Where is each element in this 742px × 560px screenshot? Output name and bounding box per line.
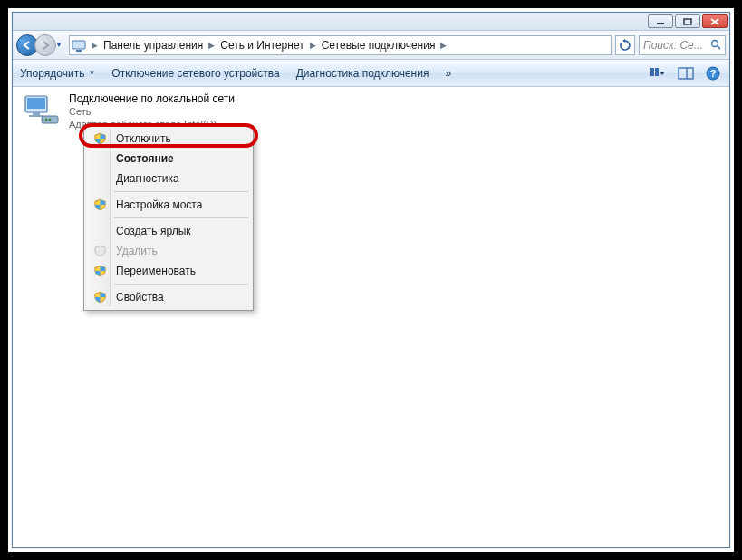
command-bar: Упорядочить ▼ Отключение сетевого устрой… xyxy=(13,60,729,87)
connection-network: Сеть xyxy=(69,105,235,118)
lan-connection-icon xyxy=(22,92,62,129)
ctx-bridge[interactable]: Настройка моста xyxy=(87,195,250,215)
maximize-button[interactable] xyxy=(675,14,700,28)
svg-rect-9 xyxy=(655,68,659,72)
search-icon xyxy=(710,39,721,52)
svg-rect-8 xyxy=(650,68,654,72)
ctx-disable[interactable]: Отключить xyxy=(87,129,250,149)
help-button[interactable]: ? xyxy=(704,64,722,82)
more-commands[interactable]: » xyxy=(445,67,451,80)
search-placeholder: Поиск: Се... xyxy=(643,39,703,52)
svg-point-22 xyxy=(49,119,52,121)
ctx-rename-label: Переименовать xyxy=(116,265,196,277)
chevron-right-icon[interactable]: ▶ xyxy=(207,41,217,50)
organize-label: Упорядочить xyxy=(20,67,84,80)
ctx-delete-label: Удалить xyxy=(116,245,158,257)
shield-icon xyxy=(92,264,107,278)
content-area: Подключение по локальной сети Сеть Адапт… xyxy=(13,87,729,547)
ctx-status-label: Состояние xyxy=(116,152,174,165)
ctx-properties[interactable]: Свойства xyxy=(87,287,250,307)
ctx-shortcut-label: Создать ярлык xyxy=(116,225,191,237)
svg-rect-10 xyxy=(650,72,654,76)
svg-line-7 xyxy=(718,46,720,49)
ctx-diagnose-label: Диагностика xyxy=(116,172,179,185)
titlebar xyxy=(13,13,729,31)
minimize-button[interactable] xyxy=(648,14,673,28)
separator xyxy=(114,217,248,218)
svg-point-21 xyxy=(45,119,48,121)
shield-icon xyxy=(92,290,107,304)
svg-rect-17 xyxy=(27,98,45,109)
view-options-button[interactable] xyxy=(650,64,668,82)
svg-rect-1 xyxy=(684,19,691,24)
chevron-right-icon[interactable]: ▶ xyxy=(308,41,318,50)
forward-button[interactable] xyxy=(34,34,56,56)
chevron-down-icon: ▼ xyxy=(88,69,95,77)
search-input[interactable]: Поиск: Се... xyxy=(639,35,726,55)
disable-device-label: Отключение сетевого устройства xyxy=(111,67,279,80)
chevron-right-icon[interactable]: ▶ xyxy=(438,41,448,50)
ctx-delete: Удалить xyxy=(87,241,250,261)
navigation-bar: ▼ ▶ Панель управления ▶ Сеть и Интернет … xyxy=(13,31,729,60)
ctx-shortcut[interactable]: Создать ярлык xyxy=(87,221,250,241)
svg-rect-12 xyxy=(679,68,693,79)
shield-icon xyxy=(92,244,107,258)
svg-rect-5 xyxy=(76,50,82,52)
connection-title: Подключение по локальной сети xyxy=(69,92,235,105)
svg-text:?: ? xyxy=(710,68,717,79)
separator xyxy=(114,191,248,192)
breadcrumb-control-panel[interactable]: Панель управления xyxy=(100,39,207,52)
network-connections-icon xyxy=(72,38,86,53)
organize-menu[interactable]: Упорядочить ▼ xyxy=(20,67,95,80)
refresh-button[interactable] xyxy=(615,35,635,55)
svg-rect-18 xyxy=(33,112,40,115)
svg-rect-4 xyxy=(72,41,85,49)
ctx-diagnose[interactable]: Диагностика xyxy=(87,169,250,188)
separator xyxy=(114,284,248,285)
breadcrumb-network-connections[interactable]: Сетевые подключения xyxy=(318,39,439,52)
ctx-properties-label: Свойства xyxy=(116,291,164,304)
svg-point-6 xyxy=(712,40,718,46)
preview-pane-button[interactable] xyxy=(677,64,695,82)
ctx-rename[interactable]: Переименовать xyxy=(87,261,250,281)
breadcrumb-network-internet[interactable]: Сеть и Интернет xyxy=(217,39,307,52)
diagnose-label: Диагностика подключения xyxy=(296,67,429,80)
close-button[interactable] xyxy=(702,14,728,28)
diagnose-button[interactable]: Диагностика подключения xyxy=(296,67,429,80)
chevron-right-icon[interactable]: ▶ xyxy=(90,41,100,50)
svg-rect-19 xyxy=(29,115,43,117)
explorer-window: ▼ ▶ Панель управления ▶ Сеть и Интернет … xyxy=(12,12,730,548)
ctx-bridge-label: Настройка моста xyxy=(116,198,202,211)
more-label: » xyxy=(445,67,451,80)
shield-icon xyxy=(92,198,107,212)
ctx-status[interactable]: Состояние xyxy=(87,149,250,169)
svg-rect-11 xyxy=(655,72,659,76)
address-bar[interactable]: ▶ Панель управления ▶ Сеть и Интернет ▶ … xyxy=(69,35,612,55)
shield-icon xyxy=(92,131,107,146)
context-menu: Отключить Состояние Диагностика Настройк… xyxy=(83,125,254,311)
ctx-disable-label: Отключить xyxy=(116,132,171,145)
disable-device-button[interactable]: Отключение сетевого устройства xyxy=(111,67,279,80)
